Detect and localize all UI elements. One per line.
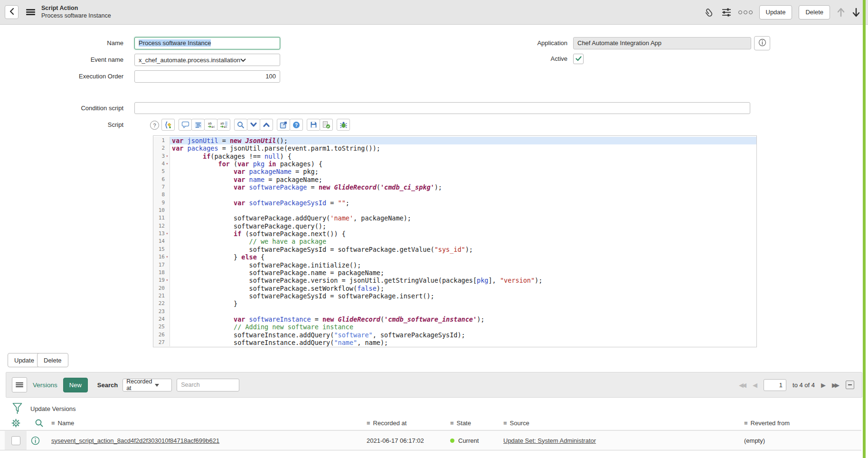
condition-script-input[interactable] [134, 102, 750, 114]
versions-list-title[interactable]: Versions [33, 382, 57, 389]
code-line-3[interactable]: 3▾ if(packages !== null) { [153, 153, 756, 160]
code-line-16[interactable]: 16▾ } else { [153, 253, 756, 261]
find-next-icon[interactable] [247, 119, 260, 131]
code-line-22[interactable]: 22 } [153, 300, 756, 307]
execution-order-input[interactable]: 100 [134, 70, 280, 83]
script-fields-icon[interactable] [161, 119, 175, 131]
code-line-4[interactable]: 4▾ for (var pkg in packages) { [153, 160, 756, 168]
code-line-26[interactable]: 26 softwareInstance.addQuery("software",… [153, 331, 756, 339]
code-line-11[interactable]: 11 softwarePackage.addQuery('name', pack… [153, 214, 756, 222]
code-line-13[interactable]: 13▾ if (softwarePackage.next()) { [153, 230, 756, 238]
collapse-list-icon[interactable] [846, 381, 854, 389]
list-menu-button[interactable] [12, 377, 27, 392]
fold-marker-icon[interactable]: ▾ [165, 160, 170, 168]
page-number-input[interactable] [764, 379, 786, 391]
column-header-recorded-at[interactable]: ≡Recorded at [367, 420, 450, 427]
script-editor[interactable]: 1var jsonUtil = new JsonUtil();2var pack… [153, 135, 757, 347]
line-number: 11 [153, 214, 170, 222]
next-page-icon[interactable]: ▶ [821, 382, 826, 389]
code-line-18[interactable]: 18 softwarePackage.name = packageName; [153, 269, 756, 277]
column-header-reverted-from[interactable]: ≡Reverted from [744, 420, 861, 427]
page-title: Script Action [41, 5, 111, 12]
code-line-27[interactable]: 27 softwareInstance.addQuery("name", nam… [153, 339, 756, 346]
record-titles: Script Action Process software Instance [41, 5, 111, 19]
replace-icon[interactable]: abac [204, 119, 217, 131]
popout-icon[interactable] [277, 119, 290, 131]
last-page-icon[interactable]: ▶▶ [832, 382, 840, 389]
fold-marker-icon[interactable]: ▾ [165, 253, 170, 261]
row-checkbox[interactable] [11, 436, 20, 445]
versions-search-input[interactable] [177, 379, 239, 391]
code-line-7[interactable]: 7 var softwarePackage = new GlideRecord(… [153, 183, 756, 191]
code-line-24[interactable]: 24 var softwareInstance = new GlideRecor… [153, 315, 756, 323]
name-input[interactable]: Process software Instance [134, 37, 280, 49]
code-line-12[interactable]: 12 softwarePackage.query(); [153, 222, 756, 230]
update-button-header[interactable]: Update [759, 5, 793, 19]
code-line-9[interactable]: 9 var softwarePackageSysId = ""; [153, 199, 756, 207]
line-number: 20 [153, 285, 170, 292]
header-actions: Update Delete [704, 5, 868, 19]
state-dot-icon [450, 439, 454, 443]
code-line-6[interactable]: 6 var name = packageName; [153, 176, 756, 183]
first-page-icon[interactable]: ◀◀ [739, 382, 746, 389]
source-link[interactable]: Update Set: System Administrator [503, 437, 744, 444]
delete-button-header[interactable]: Delete [799, 5, 830, 19]
column-header-source[interactable]: ≡Source [503, 420, 744, 427]
code-line-8[interactable]: 8 [153, 191, 756, 199]
event-name-select[interactable]: x_chef_automate.process.installation [134, 54, 280, 66]
format-code-icon[interactable] [191, 119, 205, 131]
code-line-20[interactable]: 20 softwarePackage.setWorkflow(false); [153, 285, 756, 292]
code-line-19[interactable]: 19▾ softwarePackage.version = jsonUtil.g… [153, 277, 756, 284]
replace-all-icon[interactable]: abac [217, 119, 230, 131]
code-line-25[interactable]: 25 // Adding new software instance [153, 323, 756, 331]
script-help-icon[interactable]: ? [150, 121, 159, 130]
more-options-icon[interactable] [738, 10, 753, 14]
application-info-button[interactable] [754, 36, 770, 50]
attachment-icon[interactable] [704, 7, 715, 18]
code-line-23[interactable]: 23 [153, 308, 756, 315]
versions-table-header: ≡Name ≡Recorded at ≡State ≡Source ≡Rever… [0, 416, 861, 430]
line-number: 10 [153, 207, 170, 214]
code-line-10[interactable]: 10 [153, 207, 756, 214]
fold-marker-icon[interactable]: ▾ [165, 277, 170, 284]
condition-script-label: Condition script [47, 102, 123, 114]
find-previous-icon[interactable] [260, 119, 273, 131]
code-line-5[interactable]: 5 var packageName = pkg; [153, 168, 756, 175]
code-line-17[interactable]: 17 softwarePackage.initialize(); [153, 261, 756, 269]
line-number: 16▾ [153, 253, 170, 261]
fold-marker-icon[interactable]: ▾ [165, 230, 170, 238]
column-header-state[interactable]: ≡State [450, 420, 503, 427]
fold-marker-icon[interactable]: ▾ [165, 153, 170, 160]
delete-button-footer[interactable]: Delete [37, 353, 68, 367]
code-line-21[interactable]: 21 softwarePackageSysId = softwarePackag… [153, 292, 756, 300]
code-line-14[interactable]: 14 // we have a package [153, 238, 756, 245]
column-menu-icon: ≡ [744, 420, 748, 427]
code-line-1[interactable]: 1var jsonUtil = new JsonUtil(); [153, 137, 756, 144]
search-column-select[interactable]: Recorded at [123, 379, 172, 391]
column-header-name[interactable]: ≡Name [51, 420, 367, 427]
version-name-link[interactable]: sysevent_script_action_8acd4f2d2f303010f… [51, 437, 367, 444]
save-icon[interactable] [307, 119, 320, 131]
update-button-footer[interactable]: Update [8, 353, 41, 367]
next-record-icon[interactable] [852, 7, 860, 18]
active-checkbox[interactable] [573, 54, 584, 64]
record-preview-icon[interactable] [27, 436, 51, 445]
search-icon[interactable] [234, 119, 247, 131]
breadcrumb[interactable]: Update Versions [30, 405, 75, 412]
back-button[interactable] [5, 5, 19, 19]
previous-page-icon[interactable]: ◀ [753, 382, 757, 389]
context-menu-icon[interactable] [26, 9, 35, 15]
personalize-form-icon[interactable] [721, 8, 732, 17]
editor-help-icon[interactable]: ? [290, 119, 303, 131]
list-settings-gear-icon[interactable] [5, 419, 27, 428]
list-search-icon[interactable] [27, 419, 51, 428]
code-line-15[interactable]: 15 softwarePackageSysId = softwarePackag… [153, 246, 756, 253]
syntax-check-icon[interactable] [320, 119, 333, 131]
record-header: Script Action Process software Instance … [0, 0, 868, 25]
debug-icon[interactable] [337, 119, 350, 131]
filter-funnel-icon[interactable] [12, 402, 22, 415]
new-version-button[interactable]: New [63, 378, 88, 392]
comment-toggle-icon[interactable] [179, 119, 192, 131]
code-line-2[interactable]: 2var packages = jsonUtil.parse(event.par… [153, 144, 756, 152]
previous-record-icon[interactable] [837, 7, 845, 18]
